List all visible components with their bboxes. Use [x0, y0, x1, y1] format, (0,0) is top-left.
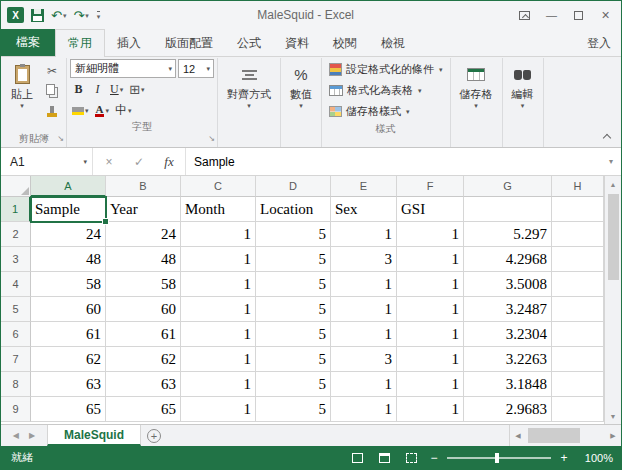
cell-F4[interactable]: 1	[397, 272, 464, 297]
column-header-F[interactable]: F	[397, 176, 464, 197]
formula-input[interactable]: Sample	[186, 148, 601, 175]
cell-C5[interactable]: 1	[181, 297, 256, 322]
cell-H4[interactable]	[552, 272, 604, 297]
tab-page-layout[interactable]: 版面配置	[153, 30, 225, 56]
cell-G4[interactable]: 3.5008	[464, 272, 552, 297]
tab-review[interactable]: 校閱	[321, 30, 369, 56]
cell-B7[interactable]: 62	[106, 347, 181, 372]
horizontal-scrollbar-thumb[interactable]	[528, 428, 580, 443]
column-header-G[interactable]: G	[464, 176, 552, 197]
cell-D5[interactable]: 5	[256, 297, 331, 322]
cell-F9[interactable]: 1	[397, 397, 464, 422]
cut-button[interactable]: ✂	[41, 62, 63, 80]
cell-H8[interactable]	[552, 372, 604, 397]
column-header-H[interactable]: H	[552, 176, 604, 197]
sheet-nav-left-icon[interactable]: ◀	[13, 431, 19, 440]
format-as-table-dropdown-icon[interactable]: ▾	[418, 87, 422, 94]
horizontal-scrollbar[interactable]: ◀ ▶	[509, 425, 621, 446]
cell-C6[interactable]: 1	[181, 322, 256, 347]
new-sheet-button[interactable]: +	[141, 425, 167, 446]
row-header-1[interactable]: 1	[1, 197, 31, 222]
select-all-button[interactable]	[1, 176, 31, 197]
cell-D4[interactable]: 5	[256, 272, 331, 297]
cell-H6[interactable]	[552, 322, 604, 347]
cell-A9[interactable]: 65	[31, 397, 106, 422]
cell-E9[interactable]: 1	[331, 397, 397, 422]
fill-color-dropdown-icon[interactable]: ▾	[85, 107, 89, 114]
row-header-2[interactable]: 2	[1, 222, 31, 247]
number-dropdown-icon[interactable]: ▾	[299, 102, 303, 109]
phonetic-dropdown-icon[interactable]: ▾	[128, 107, 132, 114]
cell-A2[interactable]: 24	[31, 222, 106, 247]
vertical-scrollbar-thumb[interactable]	[608, 194, 619, 280]
scroll-left-icon[interactable]: ◀	[510, 432, 526, 440]
restore-button[interactable]	[565, 4, 592, 26]
font-size-select[interactable]: 12▾	[178, 59, 214, 78]
cell-B4[interactable]: 58	[106, 272, 181, 297]
cell-A7[interactable]: 62	[31, 347, 106, 372]
collapse-ribbon-button[interactable]	[598, 129, 616, 144]
tab-file[interactable]: 檔案	[1, 29, 55, 56]
editing-dropdown-icon[interactable]: ▾	[521, 102, 525, 109]
tab-formulas[interactable]: 公式	[225, 30, 273, 56]
zoom-level[interactable]: 100%	[577, 452, 613, 464]
cell-C4[interactable]: 1	[181, 272, 256, 297]
zoom-slider-thumb[interactable]	[495, 453, 499, 463]
cell-E2[interactable]: 1	[331, 222, 397, 247]
cell-D2[interactable]: 5	[256, 222, 331, 247]
enter-button[interactable]: ✓	[131, 155, 147, 169]
cell-E4[interactable]: 1	[331, 272, 397, 297]
zoom-out-button[interactable]: −	[428, 451, 440, 465]
format-painter-button[interactable]	[41, 102, 63, 120]
scroll-right-icon[interactable]: ▶	[605, 432, 621, 440]
cell-E6[interactable]: 1	[331, 322, 397, 347]
cell-C1[interactable]: Month	[181, 197, 256, 222]
cell-G1[interactable]	[464, 197, 552, 222]
phonetic-guide-button[interactable]: 中▾	[113, 101, 134, 120]
underline-dropdown-icon[interactable]: ▾	[120, 86, 124, 93]
cell-G2[interactable]: 5.297	[464, 222, 552, 247]
editing-button[interactable]: 編輯 ▾	[506, 59, 540, 111]
font-color-dropdown-icon[interactable]: ▾	[105, 107, 109, 114]
cell-G7[interactable]: 3.2263	[464, 347, 552, 372]
undo-dropdown-icon[interactable]: ▾	[63, 12, 67, 19]
view-page-layout-button[interactable]	[374, 449, 394, 466]
close-button[interactable]: ×	[592, 4, 619, 26]
clipboard-dialog-launcher-icon[interactable]: ↘	[57, 135, 64, 143]
cell-C9[interactable]: 1	[181, 397, 256, 422]
cell-C8[interactable]: 1	[181, 372, 256, 397]
cell-A4[interactable]: 58	[31, 272, 106, 297]
cell-D9[interactable]: 5	[256, 397, 331, 422]
zoom-slider[interactable]	[447, 457, 551, 459]
cell-C3[interactable]: 1	[181, 247, 256, 272]
cell-G3[interactable]: 4.2968	[464, 247, 552, 272]
cell-F2[interactable]: 1	[397, 222, 464, 247]
conditional-formatting-button[interactable]: 設定格式化的條件 ▾	[325, 59, 447, 80]
cells-dropdown-icon[interactable]: ▾	[474, 102, 478, 109]
borders-dropdown-icon[interactable]: ▾	[141, 86, 145, 93]
cell-H5[interactable]	[552, 297, 604, 322]
cell-F5[interactable]: 1	[397, 297, 464, 322]
cell-F6[interactable]: 1	[397, 322, 464, 347]
cell-E5[interactable]: 1	[331, 297, 397, 322]
cell-E7[interactable]: 3	[331, 347, 397, 372]
column-header-A[interactable]: A	[31, 176, 106, 197]
cell-A8[interactable]: 63	[31, 372, 106, 397]
cell-G8[interactable]: 3.1848	[464, 372, 552, 397]
format-as-table-button[interactable]: 格式化為表格 ▾	[325, 80, 447, 101]
cell-A3[interactable]: 48	[31, 247, 106, 272]
cell-D1[interactable]: Location	[256, 197, 331, 222]
cell-B3[interactable]: 48	[106, 247, 181, 272]
row-header-8[interactable]: 8	[1, 372, 31, 397]
cell-C7[interactable]: 1	[181, 347, 256, 372]
ribbon-display-options-button[interactable]	[511, 4, 538, 26]
underline-button[interactable]: U▾	[108, 80, 125, 99]
fill-color-button[interactable]: ▾	[70, 101, 91, 120]
cell-F3[interactable]: 1	[397, 247, 464, 272]
row-header-7[interactable]: 7	[1, 347, 31, 372]
cell-H1[interactable]	[552, 197, 604, 222]
alignment-dropdown-icon[interactable]: ▾	[247, 102, 251, 109]
number-button[interactable]: % 數值 ▾	[284, 59, 318, 111]
bold-button[interactable]: B	[70, 80, 87, 99]
cells-button[interactable]: 儲存格 ▾	[454, 59, 499, 111]
